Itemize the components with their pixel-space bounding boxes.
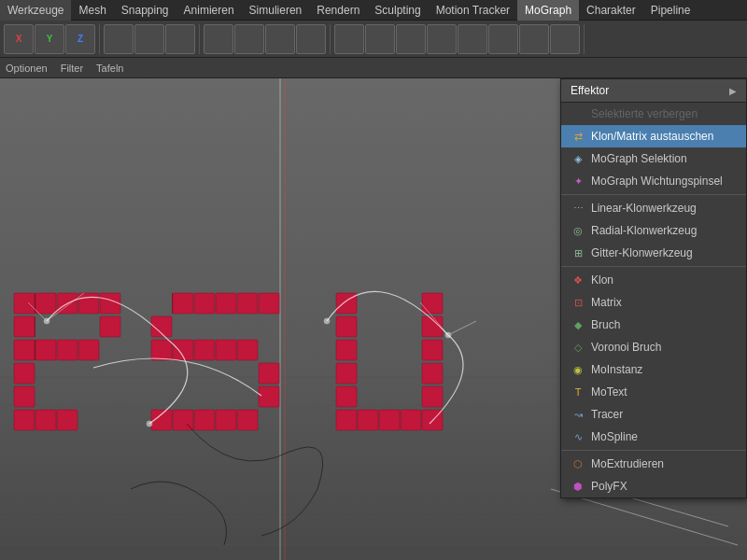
matrix-icon: ⊡ bbox=[571, 295, 585, 310]
render-button[interactable] bbox=[519, 24, 549, 54]
svg-rect-43 bbox=[14, 340, 35, 360]
obj1-button[interactable] bbox=[204, 24, 233, 54]
axis-z-button[interactable]: Z bbox=[65, 24, 95, 54]
dropdown-item-label: MoSpline bbox=[591, 430, 638, 443]
viewport[interactable]: Effektor ▶ Selektierte verbergen⇄Klon/Ma… bbox=[0, 78, 747, 560]
dropdown-item-gitter-klonwerkzeug[interactable]: ⊞Gitter-Klonwerkzeug bbox=[561, 242, 746, 264]
svg-rect-76 bbox=[336, 316, 357, 337]
svg-rect-61 bbox=[259, 293, 279, 314]
dropdown-item-mospline[interactable]: ∿MoSpline bbox=[561, 426, 746, 448]
dropdown-item-label: MoInstanz bbox=[591, 363, 642, 376]
svg-rect-71 bbox=[216, 410, 236, 430]
dropdown-header[interactable]: Effektor ▶ bbox=[561, 79, 746, 103]
svg-rect-52 bbox=[78, 340, 99, 360]
klon-icon: ❖ bbox=[571, 273, 585, 287]
axis-x-button[interactable]: X bbox=[4, 24, 34, 54]
dropdown-item-mograph-wichtungspinsel[interactable]: ✦MoGraph Wichtungspinsel bbox=[561, 170, 746, 192]
dropdown-item-moextrudieren[interactable]: ⬡MoExtrudieren bbox=[561, 453, 746, 475]
light-button[interactable] bbox=[550, 24, 580, 54]
menu-bar: Werkzeuge Mesh Snapping Animieren Simuli… bbox=[0, 0, 747, 21]
tafeln-menu[interactable]: Tafeln bbox=[96, 63, 123, 74]
tool1-button[interactable] bbox=[334, 24, 364, 54]
obj3-button[interactable] bbox=[265, 24, 295, 54]
menu-sculpting[interactable]: Sculpting bbox=[367, 0, 428, 21]
dropdown-item-label: Selektierte verbergen bbox=[591, 107, 698, 120]
tool2-button[interactable] bbox=[365, 24, 395, 54]
dropdown-separator-4 bbox=[561, 194, 746, 195]
dropdown-item-bruch[interactable]: ◆Bruch bbox=[561, 314, 746, 336]
dropdown-item-label: PolyFX bbox=[591, 480, 627, 493]
bruch-icon: ◆ bbox=[571, 317, 585, 332]
paint-icon: ✦ bbox=[571, 174, 585, 189]
radial-icon: ◎ bbox=[571, 223, 585, 238]
menu-snapping[interactable]: Snapping bbox=[114, 0, 176, 21]
motext-icon: T bbox=[571, 385, 585, 399]
menu-animieren[interactable]: Animieren bbox=[176, 0, 242, 21]
menu-motion-tracker[interactable]: Motion Tracker bbox=[429, 0, 517, 21]
moinstanz-icon: ◉ bbox=[571, 362, 585, 377]
polyfx-icon: ⬢ bbox=[571, 479, 585, 494]
dropdown-separator-8 bbox=[561, 266, 746, 267]
dropdown-item-voronoi-bruch[interactable]: ◇Voronoi Bruch bbox=[561, 336, 746, 358]
rotate-button[interactable] bbox=[165, 24, 195, 54]
dropdown-item-label: MoExtrudieren bbox=[591, 457, 664, 470]
svg-point-99 bbox=[445, 332, 451, 338]
toolbar2: Optionen Filter Tafeln bbox=[0, 58, 747, 78]
dropdown-item-motext[interactable]: TMoText bbox=[561, 381, 746, 403]
move-button[interactable] bbox=[104, 24, 134, 54]
dropdown-item-mograph-selektion[interactable]: ◈MoGraph Selektion bbox=[561, 147, 746, 170]
scale-button[interactable] bbox=[134, 24, 164, 54]
filter-menu[interactable]: Filter bbox=[61, 63, 83, 74]
voronoi-icon: ◇ bbox=[571, 340, 585, 355]
transform-group bbox=[104, 24, 200, 54]
svg-rect-49 bbox=[78, 293, 99, 314]
svg-rect-59 bbox=[216, 293, 236, 314]
tool3-button[interactable] bbox=[396, 24, 426, 54]
svg-rect-67 bbox=[237, 340, 258, 360]
menu-rendern[interactable]: Rendern bbox=[309, 0, 367, 21]
svg-rect-80 bbox=[336, 410, 357, 430]
axis-y-button[interactable]: Y bbox=[35, 24, 64, 54]
menu-mograph[interactable]: MoGraph bbox=[517, 0, 579, 21]
dropdown-item-klon[interactable]: ❖Klon bbox=[561, 269, 746, 291]
dropdown-item-label: MoText bbox=[591, 385, 627, 399]
dropdown-item-linear-klonwerkzeug[interactable]: ⋯Linear-Klonwerkzeug bbox=[561, 197, 746, 219]
dropdown-item-label: Tracer bbox=[591, 408, 623, 421]
dropdown-item-tracer[interactable]: ↝Tracer bbox=[561, 403, 746, 426]
svg-rect-45 bbox=[14, 386, 35, 407]
tool4-button[interactable] bbox=[427, 24, 457, 54]
dropdown-item-polyfx[interactable]: ⬢PolyFX bbox=[561, 475, 746, 497]
dropdown-item-radial-klonwerkzeug[interactable]: ◎Radial-Klonwerkzeug bbox=[561, 219, 746, 242]
svg-rect-60 bbox=[237, 293, 258, 314]
none-icon bbox=[571, 106, 585, 121]
svg-rect-51 bbox=[100, 316, 120, 337]
tool5-button[interactable] bbox=[458, 24, 487, 54]
svg-rect-41 bbox=[14, 293, 35, 314]
svg-rect-56 bbox=[57, 410, 78, 430]
dropdown-item-label: Voronoi Bruch bbox=[591, 341, 661, 354]
obj2-button[interactable] bbox=[234, 24, 264, 54]
tool6-button[interactable] bbox=[488, 24, 518, 54]
svg-rect-91 bbox=[35, 316, 35, 337]
menu-mesh[interactable]: Mesh bbox=[71, 0, 113, 21]
menu-pipeline[interactable]: Pipeline bbox=[643, 0, 698, 21]
obj4-button[interactable] bbox=[296, 24, 326, 54]
menu-simulieren[interactable]: Simulieren bbox=[242, 0, 310, 21]
dropdown-separator-17 bbox=[561, 450, 746, 451]
dropdown-item-selektierte-verbergen: Selektierte verbergen bbox=[561, 103, 746, 125]
svg-point-101 bbox=[147, 421, 152, 427]
dropdown-item-klon/matrix-austauschen[interactable]: ⇄Klon/Matrix austauschen bbox=[561, 125, 746, 147]
menu-werkzeuge[interactable]: Werkzeuge bbox=[0, 0, 71, 21]
options-menu[interactable]: Optionen bbox=[6, 63, 48, 74]
menu-charakter[interactable]: Charakter bbox=[579, 0, 643, 21]
dropdown-item-label: Klon bbox=[591, 273, 613, 287]
svg-point-98 bbox=[44, 318, 49, 324]
dropdown-arrow-icon: ▶ bbox=[729, 86, 737, 96]
svg-rect-78 bbox=[336, 363, 357, 384]
moext-icon: ⬡ bbox=[571, 456, 585, 471]
svg-rect-55 bbox=[35, 410, 56, 430]
grid-icon: ⊞ bbox=[571, 245, 585, 260]
dropdown-title: Effektor bbox=[571, 84, 609, 97]
dropdown-item-matrix[interactable]: ⊡Matrix bbox=[561, 291, 746, 314]
dropdown-item-moinstanz[interactable]: ◉MoInstanz bbox=[561, 358, 746, 381]
